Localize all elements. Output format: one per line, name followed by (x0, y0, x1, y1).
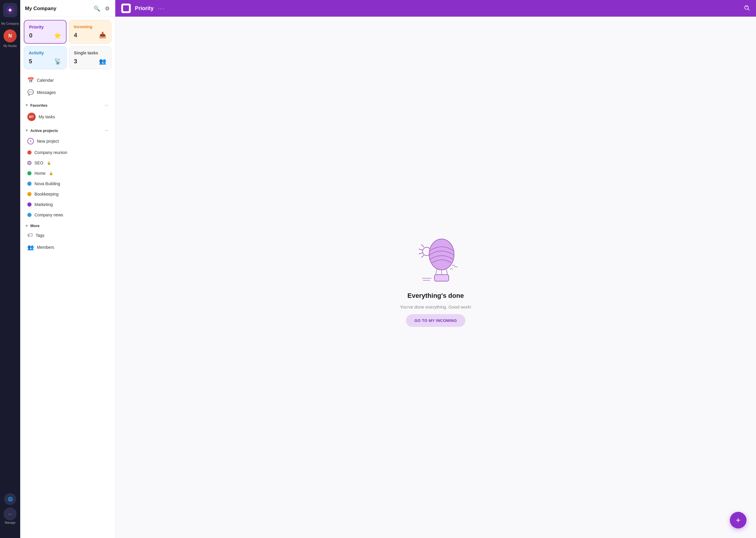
favorites-more-icon[interactable]: ··· (103, 102, 110, 108)
tile-single-tasks-count: 3 (74, 58, 77, 65)
empty-title: Everything's done (407, 292, 464, 299)
settings-icon[interactable]: ⚙ (104, 5, 110, 13)
nav-item-tags[interactable]: 🏷 Tags (23, 230, 113, 241)
empty-subtitle: You've done everything. Good work! (400, 304, 471, 309)
tile-priority[interactable]: Priority 0 ⭐ (24, 20, 67, 44)
nav-marketing-label: Marketing (34, 202, 53, 207)
tile-activity-count: 5 (29, 58, 32, 65)
marketing-dot (27, 202, 31, 207)
nova-building-dot (27, 182, 31, 186)
company-news-dot (27, 213, 31, 217)
more-title: More (30, 224, 39, 228)
svg-line-5 (422, 244, 424, 247)
single-tasks-icon: 👥 (99, 58, 106, 65)
nav-item-messages[interactable]: 💬 Messages (23, 86, 113, 98)
nav-item-marketing[interactable]: Marketing (23, 199, 113, 210)
tile-priority-row: 0 ⭐ (29, 32, 61, 39)
sidebar-nav: 📅 Calendar 💬 Messages ▼ Favorites ··· MT… (20, 73, 115, 538)
company-reunion-dot (27, 150, 31, 155)
tile-incoming-count: 4 (74, 32, 77, 39)
svg-line-7 (419, 253, 422, 254)
favorites-collapse[interactable]: ▼ Favorites (25, 103, 48, 108)
nav-item-home[interactable]: Home 🔒 (23, 168, 113, 178)
svg-line-13 (446, 269, 447, 275)
sidebar-header-icons: 🔍 ⚙ (93, 5, 110, 13)
home-lock-icon: 🔒 (49, 172, 53, 175)
nav-item-members[interactable]: 👥 Members (23, 242, 113, 253)
active-projects-section-header: ▼ Active projects ··· (20, 125, 115, 135)
search-icon[interactable]: 🔍 (93, 5, 101, 13)
nav-calendar-label: Calendar (37, 78, 54, 82)
top-bar-logo (121, 4, 131, 13)
active-projects-collapse[interactable]: ▼ Active projects (25, 129, 58, 133)
favorites-section-header: ▼ Favorites ··· (20, 100, 115, 110)
more-collapse[interactable]: ▼ More (25, 224, 39, 228)
nav-company-reunion-label: Company reunion (34, 150, 68, 155)
tile-single-tasks-row: 3 👥 (74, 58, 107, 65)
fab-add-button[interactable]: + (730, 512, 746, 528)
top-bar-more-icon[interactable]: ··· (158, 5, 165, 12)
bookkeeping-dot (27, 192, 31, 196)
globe-icon[interactable]: 🌐 (4, 493, 16, 505)
icon-bar-bottom: 🌐 ··· Manage (4, 493, 17, 535)
tile-priority-count: 0 (29, 32, 32, 39)
top-bar-right (743, 4, 750, 13)
seo-dot (27, 161, 31, 165)
nav-item-my-tasks[interactable]: MT My tasks (23, 110, 113, 124)
sidebar-title: My Company (25, 6, 57, 12)
svg-line-6 (419, 249, 422, 250)
svg-line-11 (436, 269, 437, 275)
tile-incoming[interactable]: Incoming 4 📥 (69, 20, 112, 44)
nav-home-label: Home (34, 171, 45, 176)
priority-star-icon: ⭐ (54, 32, 61, 39)
tile-single-tasks-label: Single tasks (74, 51, 107, 55)
manage-button[interactable]: ··· Manage (4, 508, 17, 530)
active-projects-title: Active projects (30, 129, 58, 133)
home-dot (27, 171, 31, 175)
svg-point-10 (429, 239, 454, 270)
svg-point-2 (745, 5, 749, 9)
user-label: My Nozbe (3, 44, 17, 48)
nav-item-new-project[interactable]: + New project (23, 135, 113, 147)
active-projects-more-icon[interactable]: ··· (103, 127, 110, 134)
svg-line-8 (422, 255, 424, 257)
nav-item-bookkeeping[interactable]: Bookkeeping (23, 189, 113, 199)
top-bar: Priority ··· (115, 0, 756, 17)
favorites-title: Favorites (30, 103, 48, 108)
svg-rect-14 (434, 275, 449, 281)
nav-item-company-news[interactable]: Company news (23, 210, 113, 220)
messages-icon: 💬 (27, 89, 34, 96)
favorites-arrow-icon: ▼ (25, 103, 28, 107)
top-bar-search-icon[interactable] (743, 4, 750, 13)
tile-single-tasks[interactable]: Single tasks 3 👥 (69, 46, 112, 69)
nav-my-tasks-label: My tasks (39, 114, 55, 119)
svg-point-1 (9, 9, 11, 11)
manage-icon: ··· (4, 508, 17, 520)
nav-item-seo[interactable]: SEO 🔒 (23, 158, 113, 168)
tags-icon: 🏷 (27, 232, 33, 239)
calendar-icon: 📅 (27, 77, 34, 83)
app-logo[interactable] (3, 3, 17, 17)
tile-activity[interactable]: Activity 5 📡 (24, 46, 67, 69)
nav-members-label: Members (37, 245, 54, 250)
top-bar-title: Priority (135, 5, 154, 12)
nav-messages-label: Messages (37, 90, 56, 95)
tile-activity-row: 5 📡 (29, 58, 62, 65)
empty-illustration (406, 228, 465, 287)
goto-incoming-button[interactable]: GO TO MY INCOMING (406, 314, 465, 327)
nav-bookkeeping-label: Bookkeeping (34, 192, 59, 196)
tile-priority-label: Priority (29, 25, 61, 29)
nav-company-news-label: Company news (34, 213, 63, 217)
incoming-icon: 📥 (99, 31, 106, 39)
tiles-container: Priority 0 ⭐ Incoming 4 📥 Activity 5 📡 S… (20, 16, 115, 73)
tile-incoming-row: 4 📥 (74, 31, 107, 39)
user-avatar[interactable]: N (4, 29, 17, 42)
company-label: My Company (1, 22, 19, 25)
main-content: Priority ··· (115, 0, 756, 538)
svg-line-3 (748, 9, 749, 10)
icon-bar: My Company N My Nozbe 🌐 ··· Manage (0, 0, 20, 538)
nav-item-company-reunion[interactable]: Company reunion (23, 147, 113, 158)
nav-item-calendar[interactable]: 📅 Calendar (23, 74, 113, 86)
nav-item-nova-building[interactable]: Nova Building (23, 179, 113, 189)
activity-icon: 📡 (54, 58, 62, 65)
